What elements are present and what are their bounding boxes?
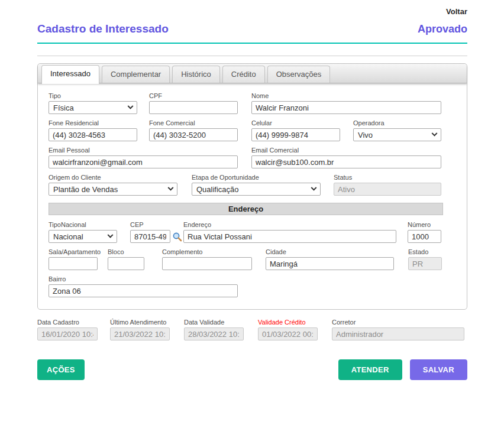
- field-email-pessoal: Email Pessoal: [49, 147, 238, 168]
- cidade-input[interactable]: [266, 257, 394, 270]
- tipo-value: Física: [53, 103, 74, 112]
- field-complemento: Complemento: [162, 248, 252, 270]
- data-cadastro-input: [37, 327, 98, 340]
- field-validade-credito: Validade Crédito: [258, 319, 318, 340]
- chevron-down-icon: [432, 130, 438, 136]
- email-pessoal-label: Email Pessoal: [49, 147, 238, 154]
- page-title: Cadastro de Interessado: [37, 22, 169, 35]
- data-validade-label: Data Validade: [184, 319, 244, 326]
- tipo-nacional-label: TipoNacional: [49, 221, 117, 228]
- field-status: Status: [334, 174, 441, 196]
- origem-value: Plantão de Vendas: [53, 185, 118, 194]
- chevron-down-icon: [108, 232, 114, 238]
- bairro-input[interactable]: [49, 284, 238, 297]
- email-comercial-input[interactable]: [251, 155, 441, 168]
- complemento-label: Complemento: [162, 248, 252, 255]
- data-validade-input: [184, 327, 244, 340]
- tipo-label: Tipo: [49, 92, 137, 99]
- field-tipo: Tipo Física: [49, 92, 137, 114]
- bloco-input[interactable]: [108, 257, 144, 270]
- tab-content-interessado: Tipo Física CPF Nome Fone Reside: [38, 83, 467, 309]
- field-estado: Estado: [408, 248, 442, 270]
- tipo-nacional-select[interactable]: Nacional: [49, 230, 117, 243]
- cep-label: CEP: [130, 221, 183, 228]
- atender-button[interactable]: ATENDER: [338, 359, 402, 380]
- field-endereco: Endereço: [183, 221, 396, 243]
- status-input: [334, 183, 441, 196]
- corretor-label: Corretor: [332, 319, 464, 326]
- tab-observacoes[interactable]: Observações: [267, 66, 331, 83]
- operadora-select[interactable]: Vivo: [353, 128, 441, 141]
- endereco-section-header: Endereço: [49, 203, 443, 215]
- tabstrip: Interessado Complementar Histórico Crédi…: [38, 64, 467, 83]
- tab-complementar[interactable]: Complementar: [102, 66, 170, 83]
- validade-credito-input: [258, 327, 318, 340]
- spacer: [85, 359, 338, 380]
- etapa-label: Etapa de Oportunidade: [192, 174, 321, 181]
- celular-label: Celular: [251, 119, 340, 126]
- chevron-down-icon: [128, 103, 134, 109]
- field-bairro: Bairro: [49, 275, 238, 297]
- tipo-nacional-value: Nacional: [53, 232, 83, 241]
- sala-input[interactable]: [49, 257, 98, 270]
- tab-credito[interactable]: Crédito: [222, 66, 265, 83]
- acoes-button[interactable]: AÇÕES: [37, 359, 85, 380]
- email-pessoal-input[interactable]: [49, 155, 238, 168]
- action-bar: AÇÕES ATENDER SALVAR: [37, 359, 467, 380]
- chevron-down-icon: [168, 184, 174, 190]
- operadora-label: Operadora: [353, 119, 441, 126]
- field-fone-comercial: Fone Comercial: [149, 119, 238, 141]
- field-cep: CEP: [130, 221, 183, 243]
- field-tipo-nacional: TipoNacional Nacional: [49, 221, 117, 243]
- status-label: Status: [334, 174, 441, 181]
- bairro-label: Bairro: [49, 275, 238, 283]
- field-origem: Origem do Cliente Plantão de Vendas: [49, 174, 177, 196]
- numero-label: Número: [408, 221, 441, 228]
- origem-label: Origem do Cliente: [49, 174, 177, 181]
- estado-label: Estado: [408, 248, 442, 255]
- cep-input[interactable]: [130, 230, 170, 243]
- field-operadora: Operadora Vivo: [353, 119, 441, 141]
- sala-label: Sala/Apartamento: [49, 248, 98, 255]
- fone-comercial-input[interactable]: [149, 128, 238, 141]
- operadora-value: Vivo: [358, 131, 373, 139]
- field-email-comercial: Email Comercial: [251, 147, 441, 168]
- fone-residencial-input[interactable]: [49, 128, 137, 141]
- nome-input[interactable]: [251, 101, 441, 114]
- cpf-label: CPF: [149, 92, 238, 99]
- tab-interessado[interactable]: Interessado: [41, 65, 99, 84]
- bloco-label: Bloco: [108, 248, 144, 255]
- endereco-label: Endereço: [183, 221, 396, 228]
- numero-input[interactable]: [408, 230, 441, 243]
- field-nome: Nome: [251, 92, 441, 114]
- field-celular: Celular: [251, 119, 340, 141]
- page-header: Cadastro de Interessado Aprovado: [37, 22, 467, 44]
- status-approved-label: Aprovado: [418, 23, 467, 35]
- search-icon[interactable]: [172, 232, 182, 242]
- salvar-button[interactable]: SALVAR: [410, 359, 467, 380]
- field-ultimo-atendimento: Último Atendimento: [110, 319, 170, 340]
- tab-historico[interactable]: Histórico: [172, 66, 220, 83]
- cpf-input[interactable]: [149, 101, 238, 114]
- celular-input[interactable]: [251, 128, 340, 141]
- etapa-value: Qualificação: [196, 185, 239, 194]
- validade-credito-label: Validade Crédito: [258, 319, 318, 326]
- field-bloco: Bloco: [108, 248, 144, 270]
- origem-select[interactable]: Plantão de Vendas: [49, 183, 177, 196]
- field-cpf: CPF: [149, 92, 238, 114]
- field-etapa: Etapa de Oportunidade Qualificação: [192, 174, 321, 196]
- field-data-cadastro: Data Cadastro: [37, 319, 98, 340]
- chevron-down-icon: [311, 184, 317, 190]
- back-link[interactable]: Voltar: [446, 7, 467, 16]
- footer-fields: Data Cadastro Último Atendimento Data Va…: [37, 319, 467, 340]
- fone-residencial-label: Fone Residencial: [49, 119, 137, 126]
- ultimo-atendimento-label: Último Atendimento: [110, 319, 170, 326]
- tipo-select[interactable]: Física: [49, 101, 137, 114]
- endereco-input[interactable]: [183, 230, 396, 243]
- complemento-input[interactable]: [162, 257, 252, 270]
- corretor-input: [332, 327, 464, 340]
- etapa-select[interactable]: Qualificação: [192, 183, 321, 196]
- fone-comercial-label: Fone Comercial: [149, 119, 238, 126]
- estado-input: [408, 257, 442, 270]
- ultimo-atendimento-input: [110, 327, 170, 340]
